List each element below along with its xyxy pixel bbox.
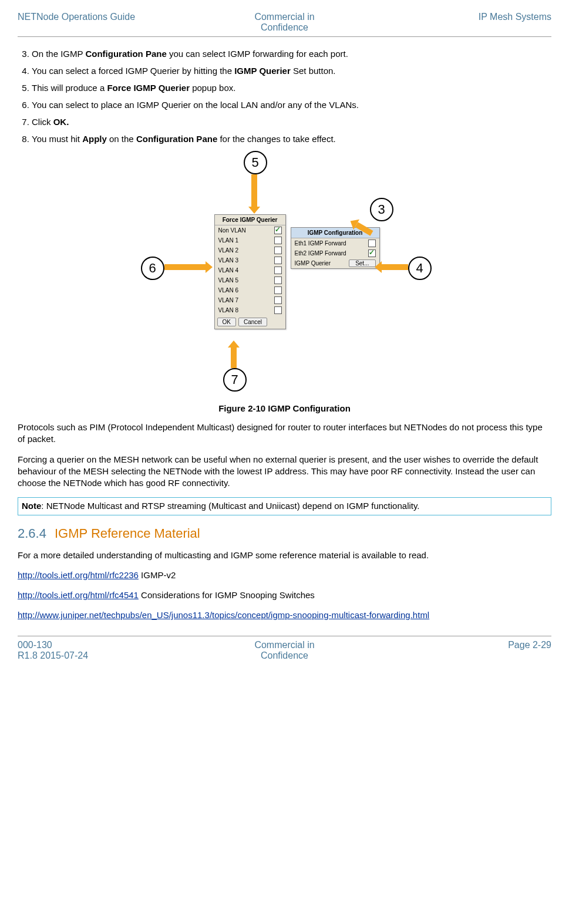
arrow-5 xyxy=(251,174,257,207)
section-heading: 2.6.4IGMP Reference Material xyxy=(18,526,551,541)
eth2-checkbox[interactable] xyxy=(368,249,376,257)
vlan-label: VLAN 4 xyxy=(218,267,238,274)
link-rfc4541[interactable]: http://tools.ietf.org/html/rfc4541 xyxy=(18,590,139,600)
vlan-label: VLAN 8 xyxy=(218,307,238,313)
vlan-label: VLAN 3 xyxy=(218,257,238,264)
ok-button[interactable]: OK xyxy=(217,318,236,326)
callout-7: 7 xyxy=(223,368,247,392)
footer-center: Commercial in Confidence xyxy=(196,640,373,661)
paragraph-pim: Protocols such as PIM (Protocol Independ… xyxy=(18,421,551,446)
panel-buttons: OK Cancel xyxy=(215,315,285,329)
vlan-label: VLAN 1 xyxy=(218,237,238,244)
vlan-row: VLAN 4 xyxy=(215,265,285,275)
page-header: NETNode Operations Guide Commercial in C… xyxy=(18,12,551,37)
arrow-7 xyxy=(231,348,237,368)
link-rfc2236[interactable]: http://tools.ietf.org/html/rfc2236 xyxy=(18,570,139,580)
link-juniper[interactable]: http://www.juniper.net/techpubs/en_US/ju… xyxy=(18,610,429,620)
vlan-row: VLAN 6 xyxy=(215,285,285,295)
step-5: This will produce a Force IGMP Querier p… xyxy=(32,82,551,94)
vlan-checkbox[interactable] xyxy=(274,237,282,244)
vlan-checkbox[interactable] xyxy=(274,247,282,254)
ref-link-3: http://www.juniper.net/techpubs/en_US/ju… xyxy=(18,609,551,621)
vlan-row: VLAN 5 xyxy=(215,275,285,285)
eth1-checkbox[interactable] xyxy=(368,240,376,247)
force-igmp-panel: Force IGMP Querier Non VLANVLAN 1VLAN 2V… xyxy=(214,214,286,329)
header-center: Commercial in Confidence xyxy=(196,12,373,33)
paragraph-querier: Forcing a querier on the MESH network ca… xyxy=(18,454,551,490)
figure-2-10: 5 3 4 6 7 Force IGMP Querier Non VLANVLA… xyxy=(18,151,551,413)
step-7: Click OK. xyxy=(32,116,551,128)
header-right: IP Mesh Systems xyxy=(373,12,551,33)
vlan-checkbox[interactable] xyxy=(274,267,282,274)
vlan-checkbox[interactable] xyxy=(274,296,282,304)
footer-right: Page 2-29 xyxy=(373,640,551,661)
section-intro: For a more detailed understanding of mul… xyxy=(18,549,551,561)
eth1-row: Eth1 IGMP Forward xyxy=(291,238,379,248)
ref-link-1: http://tools.ietf.org/html/rfc2236 IGMP-… xyxy=(18,569,551,581)
eth2-row: Eth2 IGMP Forward xyxy=(291,248,379,258)
vlan-row: VLAN 7 xyxy=(215,295,285,305)
vlan-label: VLAN 7 xyxy=(218,297,238,303)
step-3: On the IGMP Configuration Pane you can s… xyxy=(32,48,551,60)
vlan-label: Non VLAN xyxy=(218,227,246,234)
vlan-row: VLAN 8 xyxy=(215,305,285,315)
vlan-checkbox[interactable] xyxy=(274,276,282,284)
force-igmp-title: Force IGMP Querier xyxy=(215,215,285,225)
vlan-label: VLAN 6 xyxy=(218,287,238,294)
querier-row: IGMP Querier Set... xyxy=(291,258,379,268)
step-list: On the IGMP Configuration Pane you can s… xyxy=(18,48,551,145)
vlan-label: VLAN 5 xyxy=(218,277,238,284)
arrow-4 xyxy=(382,264,408,270)
callout-3: 3 xyxy=(370,198,393,221)
arrow-6 xyxy=(164,264,206,270)
vlan-checkbox[interactable] xyxy=(274,257,282,264)
vlan-row: VLAN 1 xyxy=(215,235,285,245)
callout-5: 5 xyxy=(244,151,267,174)
step-6: You can select to place an IGMP Querier … xyxy=(32,99,551,111)
footer-left: 000-130 R1.8 2015-07-24 xyxy=(18,640,196,661)
vlan-label: VLAN 2 xyxy=(218,247,238,254)
vlan-checkbox[interactable] xyxy=(274,227,282,234)
vlan-rows: Non VLANVLAN 1VLAN 2VLAN 3VLAN 4VLAN 5VL… xyxy=(215,225,285,315)
step-4: You can select a forced IGMP Querier by … xyxy=(32,65,551,77)
vlan-checkbox[interactable] xyxy=(274,286,282,294)
step-8: You must hit Apply on the Configuration … xyxy=(32,133,551,145)
cancel-button[interactable]: Cancel xyxy=(238,318,267,326)
header-left: NETNode Operations Guide xyxy=(18,12,196,33)
page-footer: 000-130 R1.8 2015-07-24 Commercial in Co… xyxy=(18,636,551,665)
figure-caption: Figure 2-10 IGMP Configuration xyxy=(18,403,551,413)
note-box: Note: NETNode Multicast and RTSP streami… xyxy=(18,497,551,515)
diagram: 5 3 4 6 7 Force IGMP Querier Non VLANVLA… xyxy=(120,151,449,397)
ref-link-2: http://tools.ietf.org/html/rfc4541 Consi… xyxy=(18,589,551,601)
callout-4: 4 xyxy=(408,257,432,280)
vlan-checkbox[interactable] xyxy=(274,306,282,314)
set-button[interactable]: Set... xyxy=(349,259,375,267)
vlan-row: Non VLAN xyxy=(215,225,285,235)
callout-6: 6 xyxy=(141,257,164,280)
vlan-row: VLAN 3 xyxy=(215,255,285,265)
vlan-row: VLAN 2 xyxy=(215,245,285,255)
